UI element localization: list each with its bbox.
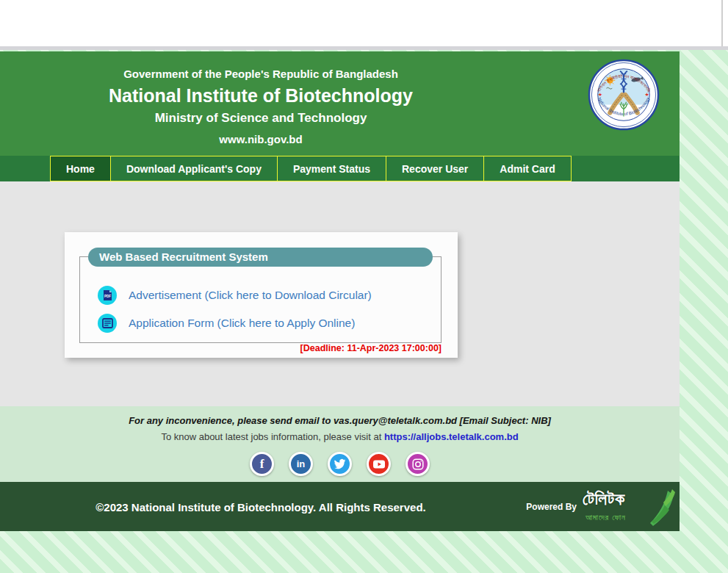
nav-tab-home-label: Home [66, 163, 95, 175]
teletalk-swoosh-icon [646, 488, 675, 526]
facebook-glyph: f [260, 457, 264, 472]
advertisement-link-row[interactable]: PDF Advertisement (Click here to Downloa… [98, 286, 372, 305]
nav-tab-admit-label: Admit Card [500, 163, 555, 175]
application-form-link-row[interactable]: Application Form (Click here to Apply On… [98, 314, 355, 333]
government-line: Government of the People's Republic of B… [0, 68, 522, 80]
top-white-strip [0, 0, 728, 50]
nav-tab-home[interactable]: Home [50, 156, 111, 181]
deadline-text: [Deadline: 11-Apr-2023 17:00:00] [300, 343, 442, 353]
powered-by-label: Powered By [526, 502, 577, 512]
header-text-block: Government of the People's Republic of B… [0, 51, 522, 145]
site-header: Government of the People's Republic of B… [0, 51, 680, 156]
teletalk-title: টেলিটক [583, 489, 625, 509]
twitter-icon[interactable] [328, 452, 352, 476]
panel-title: Web Based Recruitment System [88, 248, 433, 267]
main-content: Web Based Recruitment System PDF Adverti… [0, 181, 680, 406]
nav-tab-download-label: Download Applicant's Copy [126, 163, 262, 175]
pdf-icon-label: PDF [104, 295, 110, 298]
jobs-info-notice: To know about latest jobs information, p… [0, 431, 680, 442]
linkedin-glyph: in [297, 458, 306, 469]
form-icon [98, 314, 117, 333]
advertisement-link[interactable]: Advertisement (Click here to Download Ci… [129, 289, 372, 302]
site-title: National Institute of Biotechnology [0, 85, 522, 107]
copyright-text: ©2023 National Institute of Biotechnolog… [0, 501, 522, 513]
nav-tab-download-applicants-copy[interactable]: Download Applicant's Copy [110, 156, 278, 181]
site-page: Government of the People's Republic of B… [0, 51, 680, 531]
recruitment-card: Web Based Recruitment System PDF Adverti… [65, 232, 458, 358]
inconvenience-notice: For any inconvenience, please send email… [0, 415, 680, 426]
notice-section: For any inconvenience, please send email… [0, 406, 680, 482]
pdf-icon: PDF [98, 286, 117, 305]
nav-tab-recover-label: Recover User [402, 163, 468, 175]
jobs-info-prefix: To know about latest jobs information, p… [161, 431, 384, 442]
nav-tab-recover-user[interactable]: Recover User [386, 156, 484, 181]
youtube-icon[interactable] [367, 452, 391, 476]
nib-seal-icon: ★ ★ ন্যাশনাল ইনস্টিটিউট অব বায়োটেকনোলজি… [588, 59, 660, 131]
top-strip-right-border [721, 0, 723, 46]
recruitment-fieldset: Web Based Recruitment System PDF Adverti… [79, 256, 442, 343]
nav-tab-payment-status[interactable]: Payment Status [277, 156, 386, 181]
facebook-icon[interactable]: f [250, 452, 274, 476]
linkedin-icon[interactable]: in [289, 452, 313, 476]
svg-text:★: ★ [644, 92, 649, 97]
alljobs-link[interactable]: https://alljobs.teletalk.com.bd [384, 431, 519, 442]
nav-tab-payment-label: Payment Status [293, 163, 370, 175]
nib-logo: ★ ★ ন্যাশনাল ইনস্টিটিউট অব বায়োটেকনোলজি… [588, 59, 660, 131]
ministry-line: Ministry of Science and Technology [0, 111, 522, 126]
teletalk-subtitle: আমাদের ফোন [585, 513, 626, 522]
main-navigation: Home Download Applicant's Copy Payment S… [0, 156, 680, 181]
website-url: www.nib.gov.bd [0, 133, 522, 145]
nav-tab-admit-card[interactable]: Admit Card [483, 156, 571, 181]
application-form-link[interactable]: Application Form (Click here to Apply On… [129, 317, 355, 330]
social-icons-row: f in [0, 452, 680, 476]
instagram-icon[interactable] [406, 452, 430, 476]
powered-by-block: Powered By টেলিটক আমাদের ফোন [526, 488, 675, 526]
bottom-bar: ©2023 National Institute of Biotechnolog… [0, 482, 680, 531]
teletalk-logo: টেলিটক আমাদের ফোন [581, 488, 675, 526]
